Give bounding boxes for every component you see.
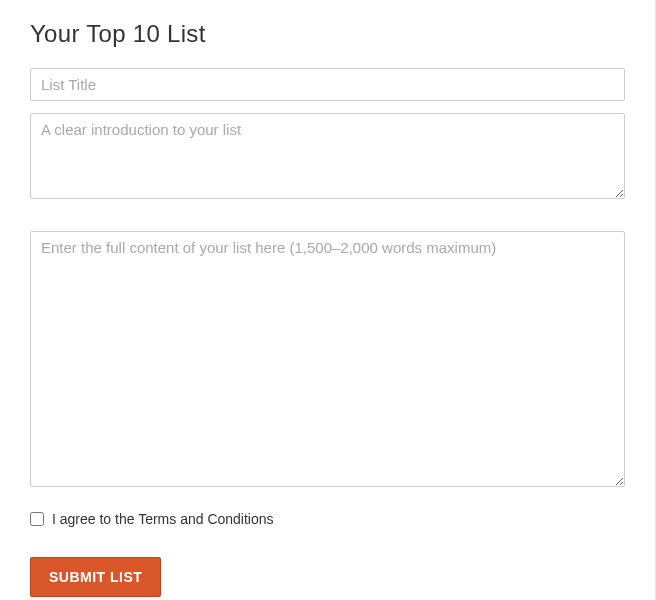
list-title-field [30,68,625,101]
form-title: Your Top 10 List [30,20,625,48]
introduction-textarea[interactable] [30,113,625,199]
list-title-input[interactable] [30,68,625,101]
terms-row: I agree to the Terms and Conditions [30,511,625,527]
field-spacer [30,215,625,231]
content-textarea[interactable] [30,231,625,487]
introduction-field [30,113,625,203]
content-field [30,231,625,491]
submit-button[interactable]: SUBMIT LIST [30,557,161,597]
terms-label[interactable]: I agree to the Terms and Conditions [52,511,274,527]
terms-checkbox[interactable] [30,512,44,526]
